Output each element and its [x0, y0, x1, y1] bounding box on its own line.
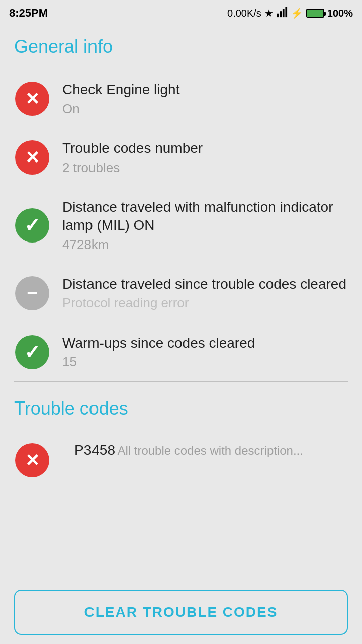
- trouble-codes-icon-container: [14, 139, 50, 176]
- list-item[interactable]: Distance traveled with malfunction indic…: [14, 187, 348, 264]
- distance-cleared-icon-container: [14, 275, 50, 311]
- distance-cleared-label: Distance traveled since trouble codes cl…: [62, 275, 348, 293]
- warmups-label: Warm-ups since codes cleared: [62, 334, 348, 352]
- svg-rect-1: [280, 11, 282, 17]
- svg-rect-3: [285, 7, 287, 17]
- distance-cleared-text: Distance traveled since trouble codes cl…: [62, 275, 348, 311]
- charging-icon: ⚡: [291, 7, 303, 19]
- distance-mil-label: Distance traveled with malfunction indic…: [62, 198, 348, 235]
- p3458-text: P3458 All trouble codes with description…: [74, 442, 348, 458]
- list-item[interactable]: P3458 All trouble codes with description…: [14, 431, 348, 478]
- status-time: 8:25PM: [9, 7, 48, 20]
- list-item[interactable]: Check Engine light On: [14, 69, 348, 128]
- network-speed: 0.00K/s: [227, 8, 261, 19]
- p3458-description: All trouble codes with description...: [117, 444, 303, 457]
- distance-mil-value: 4728km: [62, 237, 348, 253]
- gray-dash-icon: [15, 276, 49, 310]
- red-x-partial-icon: [15, 443, 49, 477]
- trouble-codes-value: 2 troubles: [62, 160, 348, 176]
- warmups-icon-container: [14, 334, 50, 370]
- main-content: General info Check Engine light On Troub…: [0, 26, 362, 581]
- general-info-section: General info Check Engine light On Troub…: [14, 36, 348, 382]
- distance-mil-text: Distance traveled with malfunction indic…: [62, 198, 348, 253]
- bluetooth-icon: ★: [264, 7, 274, 19]
- warmups-text: Warm-ups since codes cleared 15: [62, 334, 348, 370]
- status-bar: 8:25PM 0.00K/s ★ ⚡ 100%: [0, 0, 362, 26]
- warmups-value: 15: [62, 354, 348, 370]
- general-info-title: General info: [14, 36, 348, 57]
- list-item[interactable]: Trouble codes number 2 troubles: [14, 128, 348, 187]
- p3458-code: P3458: [74, 442, 115, 458]
- green-check-icon: [15, 335, 49, 369]
- check-engine-icon-container: [14, 80, 50, 117]
- trouble-codes-label: Trouble codes number: [62, 139, 348, 157]
- signal-icon: [277, 7, 288, 20]
- bottom-bar: CLEAR TROUBLE CODES: [0, 581, 362, 644]
- general-info-list: Check Engine light On Trouble codes numb…: [14, 69, 348, 382]
- status-icons: 0.00K/s ★ ⚡ 100%: [227, 7, 353, 20]
- trouble-codes-section: Trouble codes P3458 All trouble codes wi…: [14, 398, 348, 478]
- battery-bar: [306, 9, 324, 18]
- trouble-codes-text: Trouble codes number 2 troubles: [62, 139, 348, 175]
- check-engine-text: Check Engine light On: [62, 80, 348, 116]
- trouble-codes-title: Trouble codes: [14, 398, 348, 419]
- list-item[interactable]: Distance traveled since trouble codes cl…: [14, 264, 348, 323]
- svg-rect-2: [283, 9, 285, 17]
- distance-cleared-value: Protocol reading error: [62, 295, 348, 311]
- distance-mil-icon-container: [14, 207, 50, 244]
- battery-percent: 100%: [327, 8, 353, 19]
- red-x-icon: [15, 82, 49, 116]
- red-x-icon: [15, 140, 49, 175]
- p3458-icon-container: [14, 442, 50, 478]
- check-engine-value: On: [62, 101, 348, 117]
- svg-rect-0: [277, 13, 279, 17]
- list-item[interactable]: Warm-ups since codes cleared 15: [14, 323, 348, 382]
- clear-trouble-codes-button[interactable]: CLEAR TROUBLE CODES: [14, 590, 348, 635]
- check-engine-label: Check Engine light: [62, 80, 348, 99]
- green-check-icon: [15, 208, 49, 243]
